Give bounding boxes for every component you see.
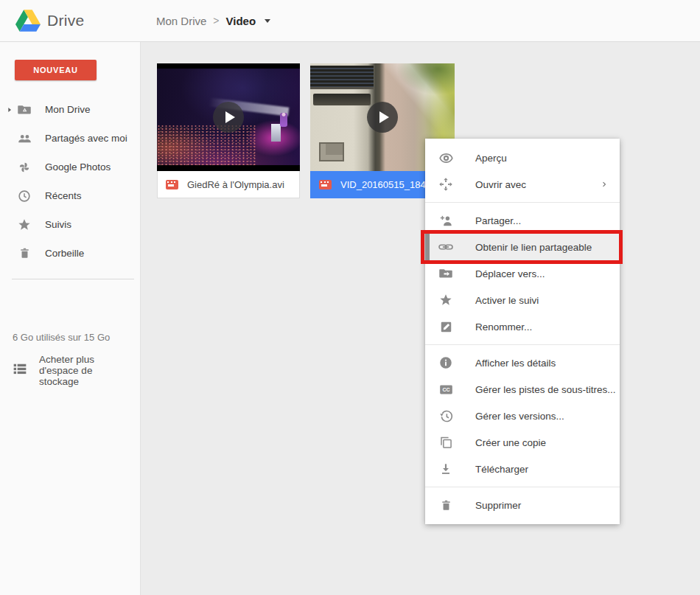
file-name: GiedRé à l'Olympia.avi (187, 179, 284, 190)
chevron-down-icon[interactable] (265, 19, 270, 23)
menu-item-label: Obtenir le lien partageable (475, 242, 592, 253)
menu-item-label: Activer le suivi (475, 295, 539, 306)
menu-item-label: Supprimer (475, 500, 521, 511)
menu-item-label: Ouvrir avec (475, 179, 526, 190)
buy-storage-line: d'espace de (39, 365, 92, 376)
sidebar-item-mon-drive[interactable]: Mon Drive (0, 95, 140, 124)
drive-logo-icon[interactable] (15, 10, 41, 32)
menu-item-obtenir-le-lien-partageable[interactable]: Obtenir le lien partageable (425, 234, 620, 260)
menu-item-label: Gérer les pistes de sous-titres... (475, 384, 616, 395)
new-button[interactable]: NOUVEAU (15, 60, 97, 80)
buy-storage-line: Acheter plus (39, 354, 94, 365)
trash-icon (16, 246, 32, 262)
app-root: Drive Mon Drive > Video NOUVEAU Mon Driv… (0, 0, 700, 595)
star-icon (16, 217, 32, 233)
menu-item-telecharger[interactable]: Télécharger (425, 456, 620, 482)
sidebar-item-label: Google Photos (45, 161, 111, 173)
submenu-chevron-icon (599, 179, 609, 189)
sidebar-item-recents[interactable]: Récents (0, 181, 140, 210)
sidebar-item-label: Corbeille (45, 248, 84, 259)
app-title: Drive (47, 0, 85, 41)
menu-item-label: Créer une copie (475, 437, 546, 448)
expand-caret-icon[interactable] (4, 106, 15, 114)
video-file-icon (319, 180, 332, 189)
eye-icon (437, 149, 455, 167)
sidebar-item-label: Partagés avec moi (45, 133, 127, 144)
file-card-giedre[interactable]: GiedRé à l'Olympia.avi (157, 63, 300, 198)
video-file-icon (166, 180, 178, 189)
clock-icon (16, 188, 32, 204)
menu-divider (425, 202, 620, 203)
storage-icon (13, 361, 27, 376)
menu-item-renommer[interactable]: Renommer... (425, 313, 620, 340)
menu-item-label: Gérer les versions... (475, 411, 564, 422)
download-icon (437, 460, 455, 478)
buy-storage-label: Acheter plus d'espace de stockage (39, 354, 94, 387)
menu-item-activer-le-suivi[interactable]: Activer le suivi (425, 287, 620, 313)
star-icon (437, 291, 455, 309)
menu-item-label: Renommer... (475, 321, 532, 333)
play-button[interactable] (213, 102, 244, 133)
menu-item-label: Télécharger (475, 464, 528, 475)
cc-icon: CC (437, 380, 455, 398)
svg-text:CC: CC (442, 387, 449, 392)
sidebar-item-partages-avec-moi[interactable]: Partagés avec moi (0, 124, 140, 153)
sidebar-divider (12, 279, 134, 279)
people-icon (16, 131, 32, 147)
sidebar: NOUVEAU Mon DrivePartagés avec moiGoogle… (0, 41, 141, 595)
menu-item-creer-une-copie[interactable]: Créer une copie (425, 429, 620, 456)
history-icon (437, 407, 455, 425)
menu-item-label: Partager... (475, 215, 521, 226)
context-menu: AperçuOuvrir avecPartager...Obtenir le l… (425, 139, 620, 524)
menu-divider (425, 487, 620, 487)
info-icon (437, 354, 455, 372)
menu-item-ouvrir-avec[interactable]: Ouvrir avec (425, 171, 620, 198)
breadcrumb: Mon Drive > Video (156, 0, 270, 41)
menu-divider (425, 344, 620, 345)
open-with-icon (437, 175, 455, 193)
menu-item-label: Afficher les détails (475, 358, 556, 369)
menu-item-afficher-les-details[interactable]: Afficher les détails (425, 349, 620, 376)
menu-item-partager[interactable]: Partager... (425, 207, 620, 234)
menu-item-supprimer[interactable]: Supprimer (425, 492, 620, 518)
sidebar-item-suivis[interactable]: Suivis (0, 210, 140, 239)
menu-item-gerer-les-pistes-de-sous-titres[interactable]: CCGérer les pistes de sous-titres... (425, 376, 620, 403)
drive-folder-icon (16, 102, 32, 118)
breadcrumb-current[interactable]: Video (226, 15, 256, 27)
sidebar-item-corbeille[interactable]: Corbeille (0, 239, 140, 268)
video-thumbnail (157, 63, 300, 171)
person-add-icon (437, 212, 455, 229)
menu-item-label: Déplacer vers... (475, 268, 545, 279)
breadcrumb-parent[interactable]: Mon Drive (156, 15, 206, 27)
sidebar-item-google-photos[interactable]: Google Photos (0, 153, 140, 181)
sidebar-item-label: Suivis (45, 219, 71, 230)
folder-move-icon (437, 265, 455, 282)
buy-storage-line: stockage (39, 376, 79, 387)
copy-icon (437, 434, 455, 451)
play-button[interactable] (367, 102, 398, 133)
sidebar-item-label: Récents (45, 190, 82, 201)
header: Drive Mon Drive > Video (0, 0, 700, 42)
menu-item-apercu[interactable]: Aperçu (425, 145, 620, 171)
link-icon (437, 238, 455, 256)
menu-item-label: Aperçu (475, 153, 507, 164)
menu-item-deplacer-vers[interactable]: Déplacer vers... (425, 260, 620, 287)
breadcrumb-separator-icon: > (213, 15, 219, 27)
pencil-icon (437, 318, 455, 335)
file-name: VID_20160515_1844 (340, 179, 431, 190)
menu-item-gerer-les-versions[interactable]: Gérer les versions... (425, 403, 620, 429)
buy-storage-item[interactable]: Acheter plus d'espace de stockage (13, 354, 94, 387)
card-footer: GiedRé à l'Olympia.avi (157, 171, 300, 198)
sidebar-item-label: Mon Drive (45, 104, 91, 115)
storage-usage-text: 6 Go utilisés sur 15 Go (13, 332, 110, 343)
photos-pinwheel-icon (16, 159, 32, 175)
trash-icon (437, 496, 455, 514)
sidebar-nav: Mon DrivePartagés avec moiGoogle PhotosR… (0, 95, 140, 268)
